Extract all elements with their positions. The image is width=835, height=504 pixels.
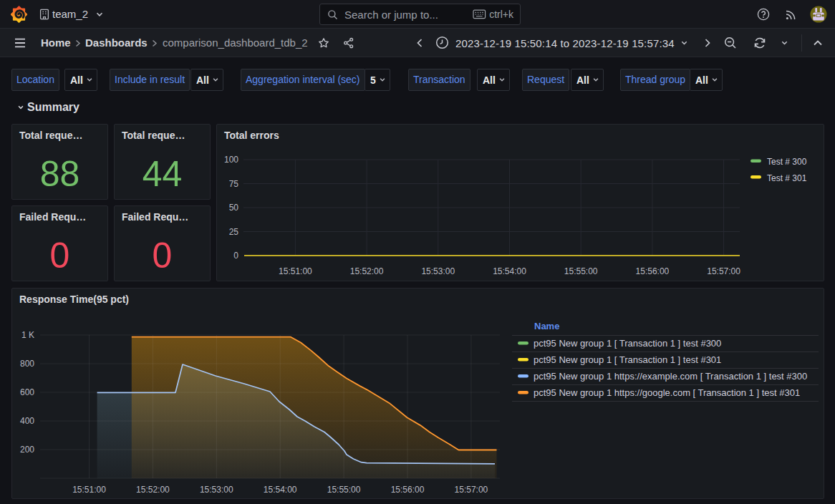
svg-text:25: 25	[229, 227, 239, 237]
svg-text:15:56:00: 15:56:00	[636, 266, 670, 276]
svg-text:800: 800	[20, 359, 34, 369]
svg-text:15:56:00: 15:56:00	[391, 485, 425, 495]
svg-text:15:54:00: 15:54:00	[493, 266, 526, 276]
svg-text:pct95 New group 1 [ Transactio: pct95 New group 1 [ Transaction 1 ] test…	[534, 338, 721, 349]
svg-text:75: 75	[229, 179, 239, 189]
svg-text:15:57:00: 15:57:00	[707, 266, 740, 276]
svg-text:15:52:00: 15:52:00	[136, 485, 170, 495]
svg-text:200: 200	[20, 445, 34, 455]
svg-text:1 K: 1 K	[21, 330, 34, 340]
svg-text:Name: Name	[534, 321, 559, 331]
svg-text:15:54:00: 15:54:00	[264, 485, 297, 495]
svg-text:pct95 New group 1 [ Transactio: pct95 New group 1 [ Transaction 1 ] test…	[534, 354, 721, 365]
svg-text:pct95 New group 1 https://exam: pct95 New group 1 https://example.com [ …	[534, 371, 807, 382]
svg-text:15:51:00: 15:51:00	[72, 485, 106, 495]
svg-text:15:52:00: 15:52:00	[350, 266, 384, 276]
svg-text:15:55:00: 15:55:00	[327, 485, 361, 495]
svg-text:pct95 New group 1 https://goog: pct95 New group 1 https://google.com [ T…	[534, 387, 800, 398]
svg-text:Test # 300: Test # 300	[767, 157, 807, 167]
svg-text:15:57:00: 15:57:00	[455, 485, 488, 495]
svg-text:15:53:00: 15:53:00	[200, 485, 233, 495]
svg-text:15:53:00: 15:53:00	[421, 266, 455, 276]
svg-text:0: 0	[233, 251, 238, 261]
svg-text:600: 600	[20, 387, 34, 397]
svg-text:15:55:00: 15:55:00	[564, 266, 598, 276]
svg-text:15:51:00: 15:51:00	[279, 266, 312, 276]
svg-text:Test # 301: Test # 301	[767, 173, 807, 183]
svg-text:100: 100	[224, 155, 238, 165]
svg-text:400: 400	[20, 416, 34, 426]
svg-text:50: 50	[229, 203, 239, 213]
